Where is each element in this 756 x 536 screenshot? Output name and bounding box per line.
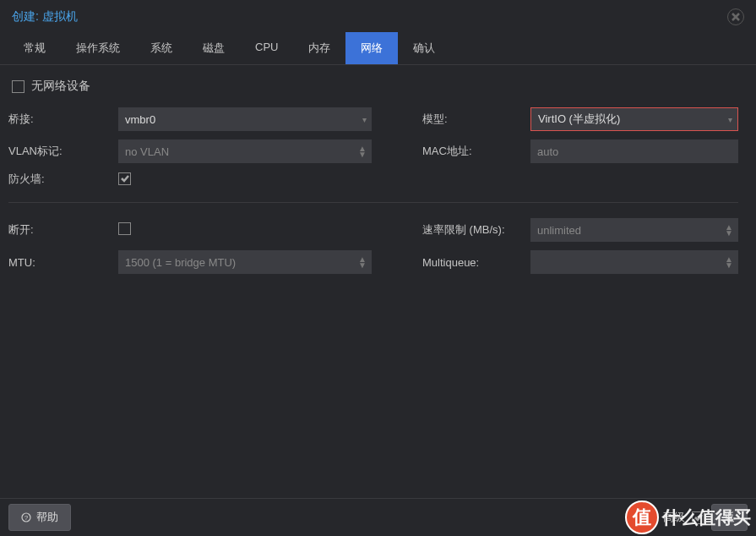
svg-text:?: ?: [24, 514, 29, 522]
stepper-icon: ▲▼: [358, 256, 367, 268]
multiqueue-input[interactable]: ▲▼: [530, 250, 738, 274]
tab-memory[interactable]: 内存: [293, 32, 345, 64]
mac-label: MAC地址:: [422, 144, 530, 159]
vlan-label: VLAN标记:: [8, 144, 118, 159]
disconnect-checkbox[interactable]: [118, 222, 131, 235]
mtu-input[interactable]: 1500 (1 = bridge MTU) ▲▼: [118, 250, 372, 274]
tab-system[interactable]: 系统: [135, 32, 188, 64]
back-label: 返: [724, 510, 735, 525]
help-button[interactable]: ? 帮助: [8, 504, 71, 531]
check-icon: [120, 173, 130, 183]
firewall-label: 防火墙:: [8, 172, 118, 187]
disconnect-label: 断开:: [8, 222, 118, 238]
chevron-down-icon: ▾: [362, 115, 367, 124]
rate-input[interactable]: unlimited ▲▼: [530, 218, 738, 242]
wizard-tabs: 常规 操作系统 系统 磁盘 CPU 内存 网络 确认: [0, 32, 756, 65]
tab-os[interactable]: 操作系统: [61, 32, 135, 64]
close-button[interactable]: [727, 8, 744, 25]
tab-general[interactable]: 常规: [8, 32, 61, 64]
rate-label: 速率限制 (MB/s):: [422, 222, 530, 238]
bridge-select[interactable]: vmbr0 ▾: [118, 107, 372, 131]
close-icon: [732, 13, 740, 21]
help-label: 帮助: [36, 510, 58, 525]
dialog-title: 创建: 虚拟机: [12, 9, 78, 25]
no-network-checkbox[interactable]: [12, 80, 24, 93]
tab-network[interactable]: 网络: [345, 32, 398, 64]
rate-placeholder: unlimited: [537, 224, 581, 237]
mtu-label: MTU:: [8, 256, 118, 269]
advanced-checkbox[interactable]: [692, 511, 704, 524]
stepper-icon: ▲▼: [725, 256, 733, 268]
help-icon: ?: [21, 512, 31, 522]
firewall-checkbox[interactable]: [118, 172, 131, 185]
vlan-input[interactable]: no VLAN ▲▼: [118, 139, 372, 163]
mtu-placeholder: 1500 (1 = bridge MTU): [125, 256, 236, 269]
stepper-icon: ▲▼: [725, 224, 733, 236]
no-network-label: 无网络设备: [31, 79, 90, 94]
bridge-value: vmbr0: [125, 113, 155, 126]
bridge-label: 桥接:: [8, 112, 118, 127]
check-icon: [693, 512, 704, 522]
multiqueue-label: Multiqueue:: [422, 256, 530, 269]
tab-confirm[interactable]: 确认: [398, 32, 450, 64]
model-value: VirtIO (半虚拟化): [538, 112, 620, 127]
tab-disks[interactable]: 磁盘: [188, 32, 240, 64]
back-button[interactable]: 返: [711, 504, 748, 531]
divider: [8, 202, 738, 203]
stepper-icon: ▲▼: [358, 145, 367, 157]
mac-placeholder: auto: [537, 145, 558, 158]
chevron-down-icon: ▾: [728, 115, 732, 124]
advanced-label: 高级: [663, 510, 685, 525]
model-select[interactable]: VirtIO (半虚拟化) ▾: [530, 107, 738, 131]
model-label: 模型:: [422, 112, 530, 127]
tab-cpu[interactable]: CPU: [240, 32, 293, 64]
vlan-placeholder: no VLAN: [125, 145, 169, 158]
mac-input[interactable]: auto: [530, 139, 738, 163]
